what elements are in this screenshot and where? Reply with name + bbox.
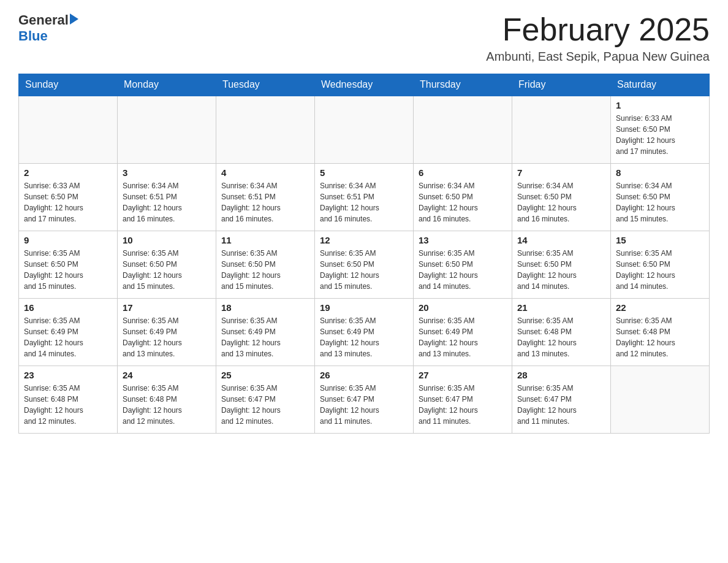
calendar-cell: 11Sunrise: 6:35 AM Sunset: 6:50 PM Dayli… [216, 231, 315, 298]
day-number: 3 [123, 167, 211, 178]
day-number: 27 [419, 370, 507, 380]
calendar-cell: 13Sunrise: 6:35 AM Sunset: 6:50 PM Dayli… [414, 231, 512, 298]
calendar-cell: 18Sunrise: 6:35 AM Sunset: 6:49 PM Dayli… [216, 298, 315, 366]
calendar-cell: 7Sunrise: 6:34 AM Sunset: 6:50 PM Daylig… [512, 163, 611, 231]
day-info: Sunrise: 6:35 AM Sunset: 6:49 PM Dayligh… [123, 315, 211, 359]
day-number: 20 [419, 302, 507, 313]
calendar-week-3: 9Sunrise: 6:35 AM Sunset: 6:50 PM Daylig… [19, 231, 710, 298]
day-number: 6 [419, 167, 507, 178]
header-thursday: Thursday [414, 74, 512, 96]
day-info: Sunrise: 6:33 AM Sunset: 6:50 PM Dayligh… [616, 113, 704, 157]
day-info: Sunrise: 6:34 AM Sunset: 6:50 PM Dayligh… [616, 180, 704, 224]
day-number: 5 [320, 167, 408, 178]
logo-blue: Blue [18, 28, 78, 44]
logo-general: General [18, 12, 69, 28]
calendar-cell [315, 96, 414, 163]
day-number: 26 [320, 370, 408, 380]
calendar-cell: 17Sunrise: 6:35 AM Sunset: 6:49 PM Dayli… [118, 298, 216, 366]
calendar-cell: 16Sunrise: 6:35 AM Sunset: 6:49 PM Dayli… [19, 298, 118, 366]
day-info: Sunrise: 6:35 AM Sunset: 6:49 PM Dayligh… [221, 315, 309, 359]
day-number: 13 [419, 235, 507, 245]
location-title: Ambunti, East Sepik, Papua New Guinea [486, 50, 710, 64]
day-info: Sunrise: 6:35 AM Sunset: 6:49 PM Dayligh… [320, 315, 408, 359]
calendar-cell: 9Sunrise: 6:35 AM Sunset: 6:50 PM Daylig… [19, 231, 118, 298]
day-number: 17 [123, 302, 211, 313]
calendar-week-5: 23Sunrise: 6:35 AM Sunset: 6:48 PM Dayli… [19, 366, 710, 433]
day-info: Sunrise: 6:35 AM Sunset: 6:50 PM Dayligh… [616, 248, 704, 292]
header-monday: Monday [118, 74, 216, 96]
day-number: 11 [221, 235, 309, 245]
calendar-cell: 24Sunrise: 6:35 AM Sunset: 6:48 PM Dayli… [118, 366, 216, 433]
calendar-cell: 27Sunrise: 6:35 AM Sunset: 6:47 PM Dayli… [414, 366, 512, 433]
calendar-cell: 19Sunrise: 6:35 AM Sunset: 6:49 PM Dayli… [315, 298, 414, 366]
calendar-cell [512, 96, 611, 163]
calendar-cell: 20Sunrise: 6:35 AM Sunset: 6:49 PM Dayli… [414, 298, 512, 366]
month-title: February 2025 [486, 12, 710, 47]
calendar-cell: 21Sunrise: 6:35 AM Sunset: 6:48 PM Dayli… [512, 298, 611, 366]
day-info: Sunrise: 6:35 AM Sunset: 6:50 PM Dayligh… [517, 248, 605, 292]
page-header: General Blue February 2025 Ambunti, East… [18, 12, 710, 64]
header-friday: Friday [512, 74, 611, 96]
day-number: 18 [221, 302, 309, 313]
title-block: February 2025 Ambunti, East Sepik, Papua… [486, 12, 710, 64]
calendar-cell: 25Sunrise: 6:35 AM Sunset: 6:47 PM Dayli… [216, 366, 315, 433]
header-sunday: Sunday [19, 74, 118, 96]
calendar-cell: 23Sunrise: 6:35 AM Sunset: 6:48 PM Dayli… [19, 366, 118, 433]
calendar-week-1: 1Sunrise: 6:33 AM Sunset: 6:50 PM Daylig… [19, 96, 710, 163]
header-saturday: Saturday [611, 74, 710, 96]
day-number: 25 [221, 370, 309, 380]
calendar-cell: 12Sunrise: 6:35 AM Sunset: 6:50 PM Dayli… [315, 231, 414, 298]
day-info: Sunrise: 6:35 AM Sunset: 6:48 PM Dayligh… [123, 383, 211, 427]
day-info: Sunrise: 6:35 AM Sunset: 6:50 PM Dayligh… [24, 248, 112, 292]
logo-arrow-icon [70, 13, 78, 25]
day-info: Sunrise: 6:34 AM Sunset: 6:50 PM Dayligh… [517, 180, 605, 224]
calendar-cell: 15Sunrise: 6:35 AM Sunset: 6:50 PM Dayli… [611, 231, 710, 298]
calendar-cell: 5Sunrise: 6:34 AM Sunset: 6:51 PM Daylig… [315, 163, 414, 231]
calendar-cell: 2Sunrise: 6:33 AM Sunset: 6:50 PM Daylig… [19, 163, 118, 231]
day-number: 19 [320, 302, 408, 313]
day-number: 28 [517, 370, 605, 380]
calendar-cell [19, 96, 118, 163]
calendar-header-row: SundayMondayTuesdayWednesdayThursdayFrid… [19, 74, 710, 96]
calendar-cell: 8Sunrise: 6:34 AM Sunset: 6:50 PM Daylig… [611, 163, 710, 231]
calendar-week-4: 16Sunrise: 6:35 AM Sunset: 6:49 PM Dayli… [19, 298, 710, 366]
day-info: Sunrise: 6:34 AM Sunset: 6:50 PM Dayligh… [419, 180, 507, 224]
day-number: 24 [123, 370, 211, 380]
calendar-cell: 6Sunrise: 6:34 AM Sunset: 6:50 PM Daylig… [414, 163, 512, 231]
logo: General Blue [18, 12, 78, 44]
day-info: Sunrise: 6:34 AM Sunset: 6:51 PM Dayligh… [320, 180, 408, 224]
day-info: Sunrise: 6:35 AM Sunset: 6:48 PM Dayligh… [616, 315, 704, 359]
day-number: 1 [616, 100, 704, 110]
day-number: 7 [517, 167, 605, 178]
day-info: Sunrise: 6:35 AM Sunset: 6:48 PM Dayligh… [24, 383, 112, 427]
day-number: 8 [616, 167, 704, 178]
day-number: 23 [24, 370, 112, 380]
day-info: Sunrise: 6:35 AM Sunset: 6:49 PM Dayligh… [419, 315, 507, 359]
calendar-cell [118, 96, 216, 163]
calendar-cell: 3Sunrise: 6:34 AM Sunset: 6:51 PM Daylig… [118, 163, 216, 231]
day-info: Sunrise: 6:35 AM Sunset: 6:50 PM Dayligh… [221, 248, 309, 292]
day-info: Sunrise: 6:35 AM Sunset: 6:47 PM Dayligh… [419, 383, 507, 427]
calendar-cell: 14Sunrise: 6:35 AM Sunset: 6:50 PM Dayli… [512, 231, 611, 298]
day-info: Sunrise: 6:35 AM Sunset: 6:50 PM Dayligh… [123, 248, 211, 292]
day-info: Sunrise: 6:34 AM Sunset: 6:51 PM Dayligh… [123, 180, 211, 224]
day-info: Sunrise: 6:34 AM Sunset: 6:51 PM Dayligh… [221, 180, 309, 224]
day-number: 4 [221, 167, 309, 178]
calendar-cell [611, 366, 710, 433]
day-number: 14 [517, 235, 605, 245]
day-number: 15 [616, 235, 704, 245]
day-number: 16 [24, 302, 112, 313]
calendar-cell: 10Sunrise: 6:35 AM Sunset: 6:50 PM Dayli… [118, 231, 216, 298]
day-info: Sunrise: 6:35 AM Sunset: 6:47 PM Dayligh… [320, 383, 408, 427]
calendar-cell: 28Sunrise: 6:35 AM Sunset: 6:47 PM Dayli… [512, 366, 611, 433]
calendar-cell [216, 96, 315, 163]
day-number: 2 [24, 167, 112, 178]
day-info: Sunrise: 6:35 AM Sunset: 6:47 PM Dayligh… [221, 383, 309, 427]
day-info: Sunrise: 6:35 AM Sunset: 6:48 PM Dayligh… [517, 315, 605, 359]
day-number: 10 [123, 235, 211, 245]
calendar-cell: 4Sunrise: 6:34 AM Sunset: 6:51 PM Daylig… [216, 163, 315, 231]
calendar-table: SundayMondayTuesdayWednesdayThursdayFrid… [18, 74, 710, 434]
day-number: 12 [320, 235, 408, 245]
calendar-cell: 26Sunrise: 6:35 AM Sunset: 6:47 PM Dayli… [315, 366, 414, 433]
header-wednesday: Wednesday [315, 74, 414, 96]
